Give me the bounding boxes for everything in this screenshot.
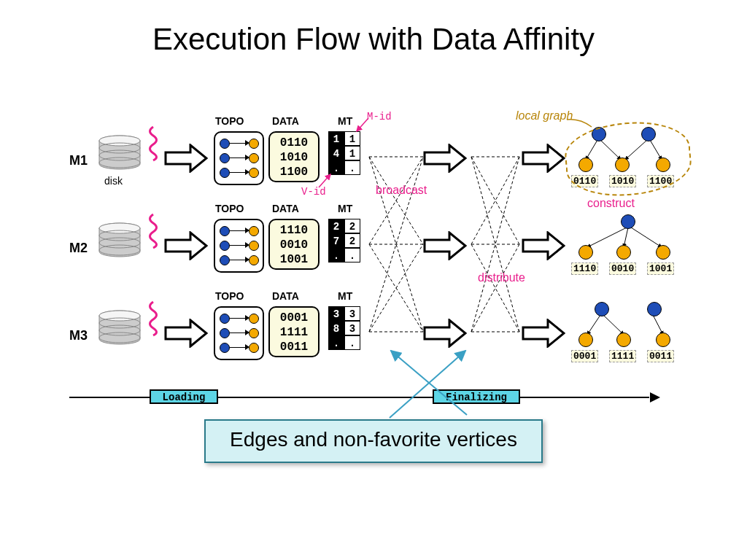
arrow-icon (522, 231, 565, 260)
machine-label: M3 (69, 328, 88, 343)
svg-line-43 (357, 118, 368, 131)
topo-label: TOPO (215, 115, 244, 127)
callout-box: Edges and non-favorite vertices (204, 419, 543, 463)
svg-line-5 (586, 140, 597, 160)
diagram-stage: M1 disk TOPO DATA 011010101100 MT 11 41 … (69, 131, 682, 423)
arrow-icon (164, 231, 208, 260)
topo-label: TOPO (215, 203, 244, 214)
data-label: DATA (272, 115, 299, 127)
mt-label: MT (338, 115, 352, 127)
disk-icon (97, 222, 142, 262)
data-label: DATA (272, 290, 299, 302)
svg-line-24 (653, 315, 663, 335)
disk-label: disk (104, 175, 123, 187)
svg-line-46 (390, 351, 465, 418)
disk-icon (97, 310, 142, 350)
broadcast-label: broadcast (376, 184, 427, 197)
wiggle-icon (145, 125, 161, 162)
wiggle-icon (145, 300, 161, 337)
svg-line-23 (603, 315, 624, 335)
data-box: 000111110011 (268, 306, 320, 357)
svg-line-6 (600, 140, 621, 160)
slide-title: Execution Flow with Data Affinity (0, 0, 747, 57)
local-graph: 011010101100 (574, 127, 691, 192)
data-box: 011010101100 (268, 131, 320, 182)
row-m3: M3 TOPO DATA 000111110011 MT 33 83 .. 00… (69, 306, 682, 379)
svg-line-15 (624, 228, 628, 247)
mt-table: 22 72 .. (328, 219, 365, 267)
topo-box (214, 219, 264, 273)
svg-line-8 (650, 140, 662, 160)
wiggle-icon (145, 213, 161, 249)
local-graph: 111000101001 (574, 214, 691, 280)
mt-label: MT (338, 203, 352, 214)
svg-line-14 (587, 228, 627, 247)
topo-label: TOPO (215, 290, 244, 302)
arrow-icon (522, 144, 565, 173)
disk-icon (97, 135, 142, 175)
arrow-icon (423, 319, 467, 348)
data-label: DATA (272, 203, 299, 214)
arrow-icon (423, 144, 467, 173)
arrow-icon (522, 319, 565, 348)
topo-box (214, 131, 264, 185)
arrow-icon (164, 144, 208, 173)
timeline: Loading Finalizing (69, 386, 660, 408)
svg-line-7 (625, 140, 647, 160)
svg-line-16 (631, 228, 662, 247)
data-box: 111000101001 (268, 219, 320, 270)
construct-label: construct (587, 197, 635, 210)
local-graph: 000111110011 (574, 302, 691, 368)
svg-line-44 (319, 174, 330, 187)
topo-box (214, 306, 264, 360)
svg-line-22 (587, 315, 600, 335)
arrow-icon (164, 319, 208, 348)
mt-label: MT (338, 290, 352, 302)
callout-arrow-icon (387, 348, 474, 421)
row-m2: M2 TOPO DATA 111000101001 MT 22 72 .. 11… (69, 219, 682, 292)
arrow-icon (423, 231, 467, 260)
distribute-label: distribute (478, 271, 525, 284)
machine-label: M1 (69, 153, 88, 168)
localgraph-label: local graph (516, 109, 573, 122)
machine-label: M2 (69, 241, 88, 256)
mt-table: 33 83 .. (328, 306, 365, 354)
phase-loading: Loading (150, 389, 218, 404)
